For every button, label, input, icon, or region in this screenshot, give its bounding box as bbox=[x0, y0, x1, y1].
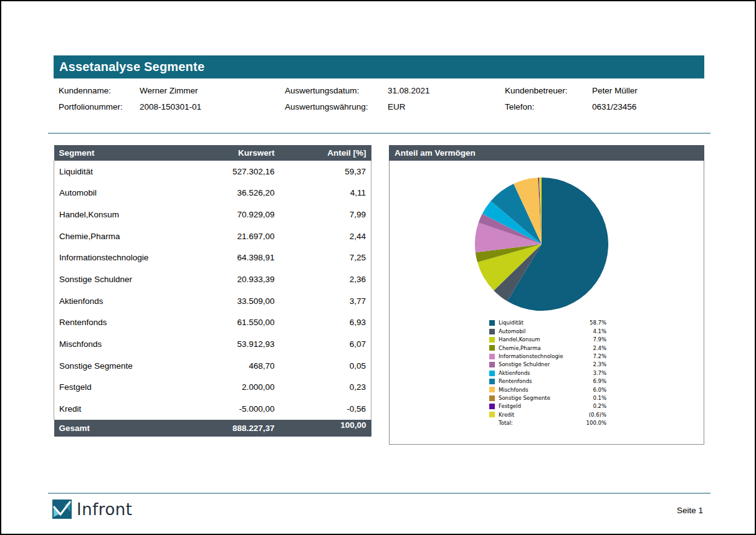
table-row: Liquidität527.302,1659,37 bbox=[54, 161, 371, 182]
kurswert-cell: 527.302,16 bbox=[191, 161, 275, 182]
table-row: Mischfonds53.912,936,07 bbox=[54, 333, 371, 355]
kurswert-cell: 36.526,20 bbox=[191, 182, 275, 204]
anteil-cell: -0,56 bbox=[275, 398, 371, 420]
table-row: Festgeld2.000,000,23 bbox=[54, 377, 371, 399]
auswertungswaehrung-label: Auswertungswährung: bbox=[285, 102, 368, 111]
legend-swatch bbox=[489, 354, 495, 359]
legend-percent: 6.0% bbox=[593, 387, 606, 393]
legend-row: Handel,Konsum7.9% bbox=[489, 336, 606, 344]
anteil-cell: 59,37 bbox=[275, 161, 371, 182]
telefon-value: 0631/23456 bbox=[592, 102, 636, 111]
kurswert-cell: 20.933,39 bbox=[191, 268, 275, 290]
table-row: Aktienfonds33.509,003,77 bbox=[54, 290, 371, 312]
top-separator bbox=[48, 133, 711, 134]
table-row: Automobil36.526,204,11 bbox=[54, 182, 371, 204]
legend-percent: 2.3% bbox=[593, 362, 606, 367]
legend-row: Sonstige Segmente0.1% bbox=[489, 394, 606, 402]
legend-label: Sonstige Schuldner bbox=[499, 362, 593, 367]
kurswert-cell: 53.912,93 bbox=[191, 333, 275, 355]
legend-swatch bbox=[489, 320, 495, 326]
page-title: Assetanalyse Segmente bbox=[54, 55, 704, 78]
kundenname-value: Werner Zimmer bbox=[140, 86, 198, 95]
footer-separator bbox=[48, 493, 711, 494]
legend-row: Festgeld0.2% bbox=[489, 402, 606, 410]
chart-title: Anteil am Vermögen bbox=[389, 145, 704, 161]
segment-cell: Handel,Konsum bbox=[54, 204, 191, 225]
kurswert-cell: 61.550,00 bbox=[191, 312, 275, 334]
segment-cell: Rentenfonds bbox=[54, 312, 191, 334]
anteil-cell: 0,23 bbox=[275, 377, 371, 399]
legend-swatch bbox=[489, 404, 495, 409]
kurswert-cell: 468,70 bbox=[191, 355, 275, 377]
total-label: Gesamt bbox=[54, 420, 191, 437]
legend-row: Aktienfonds3.7% bbox=[489, 369, 606, 377]
legend-row: Liquidität58.7% bbox=[489, 319, 606, 327]
auswertungsdatum-label: Auswertungsdatum: bbox=[285, 86, 359, 95]
anteil-cell: 0,05 bbox=[275, 355, 371, 377]
segment-cell: Kredit bbox=[54, 398, 191, 420]
legend-swatch bbox=[489, 362, 495, 367]
legend-row: Automobil4.1% bbox=[489, 327, 606, 335]
segment-cell: Informationstechnologie bbox=[54, 247, 191, 269]
legend-percent: 0.2% bbox=[593, 404, 606, 409]
col-header-anteil: Anteil [%] bbox=[275, 145, 371, 161]
report-page: Assetanalyse Segmente Kundenname: Werner… bbox=[0, 0, 756, 535]
kurswert-cell: 70.929,09 bbox=[191, 204, 275, 225]
portfolionummer-value: 2008-150301-01 bbox=[140, 102, 201, 111]
legend-percent: 58.7% bbox=[590, 320, 606, 326]
legend-percent: 100.0% bbox=[586, 420, 606, 426]
legend-label: Festgeld bbox=[499, 404, 593, 409]
chart-body: Liquidität58.7%Automobil4.1%Handel,Konsu… bbox=[389, 161, 704, 445]
legend-label: Mischfonds bbox=[499, 387, 593, 393]
kundenbetreuer-label: Kundenbetreuer: bbox=[505, 86, 568, 95]
legend-percent: 4.1% bbox=[593, 329, 606, 334]
kundenbetreuer-value: Peter Müller bbox=[592, 86, 638, 95]
legend-percent: 2.4% bbox=[593, 346, 606, 351]
segment-cell: Liquidität bbox=[54, 161, 191, 182]
anteil-cell: 6,93 bbox=[275, 312, 371, 334]
legend-swatch bbox=[489, 345, 495, 351]
anteil-cell: 7,25 bbox=[275, 247, 371, 269]
table-row: Sonstige Schuldner20.933,392,36 bbox=[54, 268, 371, 290]
table-row: Handel,Konsum70.929,097,99 bbox=[54, 204, 371, 225]
brand-wordmark: Infront bbox=[77, 500, 133, 519]
total-anteil: 100,00 bbox=[275, 420, 371, 437]
legend-row: Mischfonds6.0% bbox=[489, 386, 606, 394]
segment-table: Segment Kurswert Anteil [%] Liquidität52… bbox=[54, 145, 371, 437]
segment-cell: Automobil bbox=[54, 182, 191, 204]
anteil-cell: 2,44 bbox=[275, 225, 371, 247]
col-header-kurswert: Kurswert bbox=[191, 145, 275, 161]
legend-row: Kredit(0.6)% bbox=[489, 410, 606, 419]
auswertungswaehrung-value: EUR bbox=[388, 102, 406, 111]
anteil-cell: 4,11 bbox=[275, 182, 371, 204]
brand-logo: Infront bbox=[52, 499, 133, 519]
page-number: Seite 1 bbox=[677, 506, 703, 515]
legend-swatch bbox=[489, 379, 495, 384]
anteil-cell: 6,07 bbox=[275, 333, 371, 355]
anteil-cell: 3,77 bbox=[275, 290, 371, 312]
legend-row: Sonstige Schuldner2.3% bbox=[489, 361, 606, 369]
kurswert-cell: 64.398,91 bbox=[191, 247, 275, 269]
portfolionummer-label: Portfolionummer: bbox=[59, 102, 123, 111]
chart-panel: Anteil am Vermögen Liquidität58.7%Automo… bbox=[389, 145, 704, 445]
segment-cell: Festgeld bbox=[54, 377, 191, 399]
legend-swatch bbox=[489, 337, 495, 343]
kurswert-cell: 21.697,00 bbox=[191, 225, 275, 247]
segment-cell: Mischfonds bbox=[54, 333, 191, 355]
segment-cell: Aktienfonds bbox=[54, 290, 191, 312]
col-header-segment: Segment bbox=[54, 145, 191, 161]
legend-percent: 7.9% bbox=[593, 337, 606, 343]
legend-label: Rentenfonds bbox=[499, 379, 593, 384]
pie-chart bbox=[475, 178, 608, 311]
table-row: Kredit-5.000,00-0,56 bbox=[54, 398, 371, 420]
legend-swatch bbox=[489, 412, 495, 417]
table-row: Informationstechnologie64.398,917,25 bbox=[54, 247, 371, 269]
legend-row: Rentenfonds6.9% bbox=[489, 377, 606, 386]
legend-label: Informationstechnologie bbox=[499, 354, 593, 359]
table-header-row: Segment Kurswert Anteil [%] bbox=[54, 145, 371, 161]
legend-percent: 7.2% bbox=[593, 354, 606, 359]
segment-cell: Chemie,Pharma bbox=[54, 225, 191, 247]
legend-label: Sonstige Segmente bbox=[499, 395, 593, 401]
legend-label: Liquidität bbox=[499, 320, 590, 326]
auswertungsdatum-value: 31.08.2021 bbox=[388, 86, 430, 95]
